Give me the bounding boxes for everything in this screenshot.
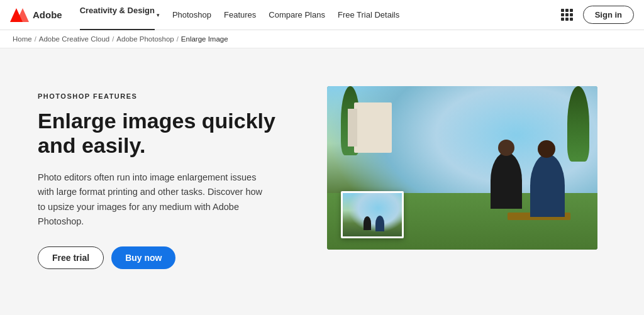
nav-item-free-trial-details[interactable]: Free Trial Details	[338, 10, 399, 19]
nav-right: Sign in	[561, 6, 634, 24]
thumb-person2	[375, 216, 384, 231]
navigation: Adobe Creativity & Design ▾ Photoshop Fe…	[0, 0, 644, 30]
thumb-person1	[364, 216, 371, 230]
hero-description: Photo editors often run into image enlar…	[38, 170, 264, 229]
breadcrumb-photoshop[interactable]: Adobe Photoshop	[116, 35, 174, 43]
person2-head	[538, 140, 555, 158]
buy-now-button[interactable]: Buy now	[111, 246, 175, 269]
breadcrumb-sep-3: /	[177, 35, 179, 43]
person1-head	[498, 140, 514, 156]
breadcrumb-creative-cloud[interactable]: Adobe Creative Cloud	[39, 35, 110, 43]
sign-in-button[interactable]: Sign in	[583, 6, 634, 24]
cta-buttons: Free trial Buy now	[38, 246, 289, 269]
adobe-wordmark: Adobe	[33, 9, 62, 20]
free-trial-button[interactable]: Free trial	[38, 246, 104, 269]
hero-image-area	[327, 86, 606, 250]
breadcrumb-sep-2: /	[112, 35, 114, 43]
nav-links: Creativity & Design ▾ Photoshop Features…	[80, 0, 546, 30]
breadcrumb-sep-1: /	[35, 35, 36, 43]
apps-grid-icon[interactable]	[561, 9, 573, 21]
breadcrumb-home[interactable]: Home	[13, 35, 32, 43]
nav-item-features[interactable]: Features	[224, 10, 256, 19]
thumbnail-inner	[343, 193, 402, 236]
breadcrumb-current: Enlarge Image	[181, 35, 228, 43]
person2-figure	[530, 154, 565, 217]
hero-text-area: PHOTOSHOP FEATURES Enlarge images quickl…	[38, 86, 289, 269]
chevron-down-icon: ▾	[157, 12, 160, 18]
breadcrumb: Home / Adobe Creative Cloud / Adobe Phot…	[0, 30, 644, 48]
tree-right-decoration	[567, 86, 589, 162]
hero-main-image	[327, 86, 597, 250]
image-thumbnail-overlay	[341, 191, 404, 238]
headline-line1: Enlarge images quickly	[38, 109, 275, 133]
section-label: PHOTOSHOP FEATURES	[38, 92, 289, 100]
person1-figure	[491, 152, 522, 209]
adobe-logo[interactable]: Adobe	[10, 8, 62, 22]
nav-item-compare-plans[interactable]: Compare Plans	[269, 10, 325, 19]
building-decoration	[354, 102, 392, 153]
nav-item-photoshop[interactable]: Photoshop	[172, 10, 211, 19]
headline-line2: and easily.	[38, 133, 145, 157]
nav-item-creativity-design[interactable]: Creativity & Design ▾	[80, 0, 160, 30]
main-content: PHOTOSHOP FEATURES Enlarge images quickl…	[0, 48, 644, 294]
hero-headline: Enlarge images quickly and easily.	[38, 109, 289, 158]
